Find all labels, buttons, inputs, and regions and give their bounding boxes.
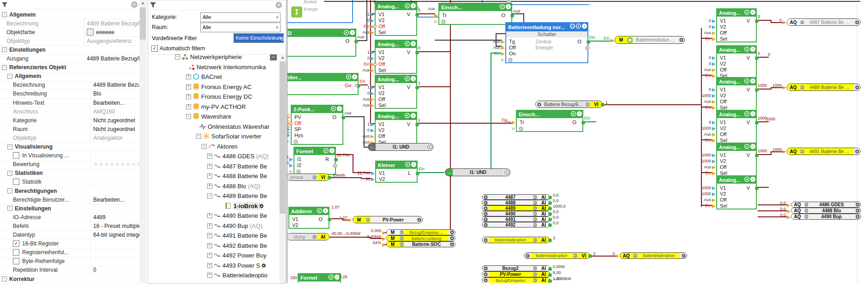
options-dots-icon[interactable]: ••• bbox=[803, 208, 809, 213]
options-dots-icon[interactable]: ••• bbox=[803, 214, 809, 219]
function-block-und[interactable]: UNDiI1OAusI2+ bbox=[287, 29, 356, 57]
input-connector[interactable] bbox=[712, 37, 716, 41]
gear-icon[interactable] bbox=[482, 266, 489, 271]
tree-expander[interactable]: + bbox=[207, 173, 212, 179]
gear-icon[interactable] bbox=[331, 106, 336, 111]
io-tag-m-batterie-leistung[interactable]: M•••Batterie-Leistung0,40kW bbox=[386, 235, 455, 241]
property-value[interactable] bbox=[90, 178, 139, 186]
function-block-einsch2[interactable]: Einsch...iTrOEinEin+ bbox=[516, 110, 583, 132]
info-icon[interactable]: i bbox=[329, 148, 335, 153]
io-tag-ai-4492[interactable]: 4492•••AI0,0 bbox=[482, 222, 550, 227]
tree-expander[interactable]: + bbox=[207, 164, 212, 169]
tree-expander[interactable]: + bbox=[186, 74, 191, 79]
gear-icon[interactable] bbox=[482, 222, 489, 227]
input-connector[interactable] bbox=[712, 154, 716, 157]
info-icon[interactable]: i bbox=[503, 169, 510, 176]
io-tag-m-bezug-einspeisung[interactable]: M•••Bezug/Einspeisu ...0,000 bbox=[386, 229, 455, 235]
gear-icon[interactable] bbox=[317, 208, 322, 213]
input-connector[interactable] bbox=[501, 46, 505, 50]
function-block-analog-r3[interactable]: Analog...iV1V01000V21000OffAusSelEin bbox=[716, 77, 757, 111]
color-swatch[interactable] bbox=[87, 29, 94, 36]
input-connector[interactable] bbox=[712, 204, 716, 208]
input-connector[interactable] bbox=[371, 178, 375, 181]
function-block-analog-r5[interactable]: Analog...iV1V10001000V21000OffAusSelEin bbox=[716, 143, 757, 177]
tree-item-fronius-energy-dc[interactable]: +Fronius Energy DC bbox=[148, 92, 279, 102]
collapse-icon[interactable]: − bbox=[2, 65, 7, 70]
input-connector[interactable] bbox=[712, 192, 716, 196]
tree-expander[interactable]: + bbox=[186, 94, 191, 99]
info-icon[interactable]: i bbox=[411, 76, 416, 81]
gear-icon[interactable] bbox=[571, 111, 576, 116]
options-dots-icon[interactable]: ••• bbox=[572, 253, 578, 258]
options-dots-icon[interactable]: ••• bbox=[311, 174, 317, 180]
tree-expander[interactable]: + bbox=[207, 233, 212, 238]
options-dots-icon[interactable]: ••• bbox=[532, 195, 538, 199]
gear-icon[interactable] bbox=[744, 78, 749, 84]
options-dots-icon[interactable]: ••• bbox=[532, 278, 538, 283]
tree-item-batterieladeoptio[interactable]: +Batterieladeoptio bbox=[148, 270, 279, 280]
automatisch-filtern-checkbox[interactable]: ✓ bbox=[151, 45, 158, 52]
input-connector[interactable] bbox=[712, 100, 716, 104]
input-connector[interactable] bbox=[371, 129, 374, 132]
tree-item-1-iobrok[interactable]: 1-ioBrok bbox=[148, 201, 279, 211]
io-tag-vi-batterieladeoption[interactable]: Batterieladeoption•••VI3 bbox=[524, 252, 590, 259]
io-tag-aq-4491[interactable]: AQ•••4491 Batterie Be ...1000 bbox=[787, 148, 861, 155]
info-icon[interactable]: i bbox=[577, 111, 582, 116]
input-connector[interactable] bbox=[712, 172, 716, 175]
tree-expander[interactable]: + bbox=[207, 263, 212, 268]
kategorie-select[interactable]: Alle∨ bbox=[200, 12, 281, 22]
add-input-icon[interactable]: + bbox=[519, 126, 523, 131]
tree-item-my-pv-acthor[interactable]: +my-PV ACTHOR bbox=[148, 102, 279, 112]
function-block-einsch1[interactable]: Einsch...iTrOAus+ bbox=[438, 3, 512, 25]
info-icon[interactable]: i bbox=[352, 74, 357, 79]
input-connector[interactable] bbox=[371, 98, 374, 102]
options-dots-icon[interactable]: ••• bbox=[532, 272, 538, 277]
input-connector[interactable] bbox=[371, 69, 374, 72]
input-connector[interactable] bbox=[434, 14, 438, 18]
input-connector[interactable] bbox=[371, 135, 374, 138]
info-icon[interactable]: i bbox=[411, 41, 416, 46]
info-icon[interactable]: i bbox=[750, 78, 755, 84]
gear-icon[interactable] bbox=[536, 101, 542, 108]
tree-expander[interactable]: + bbox=[207, 243, 212, 248]
input-connector[interactable] bbox=[501, 40, 505, 44]
io-tag-aq-4487[interactable]: AQ•••4487 Batterie Be ...0 bbox=[787, 18, 861, 26]
gear-icon[interactable] bbox=[405, 3, 410, 8]
input-connector[interactable] bbox=[371, 123, 374, 126]
input-connector[interactable] bbox=[712, 106, 716, 110]
collapse-all-button[interactable]: − bbox=[270, 54, 277, 60]
function-block-analog-r2[interactable]: Analog...iV1V00V20OffAusSelEin bbox=[716, 45, 757, 79]
info-icon[interactable]: i bbox=[411, 3, 416, 8]
io-tag-ai-4489[interactable]: 4489•••AI1000,0 bbox=[482, 205, 550, 211]
add-input-icon[interactable]: + bbox=[293, 139, 298, 144]
collapse-icon[interactable]: − bbox=[7, 188, 12, 193]
property-value[interactable]: 0 bbox=[90, 266, 139, 275]
gear-icon[interactable] bbox=[405, 113, 410, 118]
info-icon[interactable]: i bbox=[323, 208, 328, 213]
input-connector[interactable] bbox=[712, 56, 716, 60]
io-tag-aq-4488-blo[interactable]: AQ•••4488 Blo0,0 bbox=[791, 208, 861, 214]
tree-expander[interactable]: + bbox=[207, 253, 212, 258]
input-connector[interactable] bbox=[371, 172, 375, 175]
options-dots-icon[interactable]: ••• bbox=[799, 19, 805, 25]
collapse-icon[interactable]: − bbox=[7, 206, 12, 211]
input-connector[interactable] bbox=[371, 86, 374, 90]
tree-item-4490-bup[interactable]: +4490 Bup (AQ) bbox=[148, 221, 279, 231]
move-icon[interactable] bbox=[570, 24, 575, 29]
tree-expander[interactable]: + bbox=[207, 213, 212, 218]
property-value[interactable]: Blo bbox=[90, 90, 139, 98]
checkbox[interactable]: ✓ bbox=[13, 240, 19, 247]
input-connector[interactable] bbox=[712, 133, 716, 137]
options-dots-icon[interactable]: ••• bbox=[532, 206, 538, 210]
input-connector[interactable] bbox=[712, 74, 716, 78]
gear-icon[interactable] bbox=[482, 195, 489, 199]
tree-item-4487-batterie-be[interactable]: +4487 Batterie Be bbox=[148, 161, 279, 171]
gear-icon[interactable] bbox=[416, 216, 422, 223]
raum-select[interactable]: Alle∨ bbox=[200, 23, 281, 32]
tree-expander[interactable]: − bbox=[196, 134, 201, 139]
property-value[interactable]: eeeeee bbox=[84, 28, 139, 36]
input-connector[interactable] bbox=[712, 186, 716, 190]
gear-icon[interactable] bbox=[854, 214, 861, 219]
options-dots-icon[interactable]: ••• bbox=[399, 230, 404, 235]
io-tag-ai-4491[interactable]: 4491•••AI0,0 bbox=[482, 216, 550, 222]
